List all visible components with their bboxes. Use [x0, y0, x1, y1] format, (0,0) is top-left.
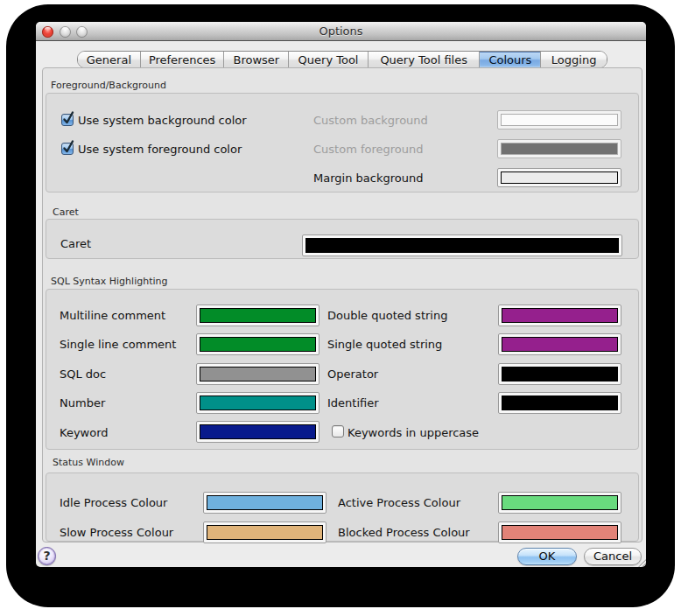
swatch-fill: [501, 143, 618, 155]
tab-label: Logging: [551, 53, 597, 66]
swatch-idle-process-colour[interactable]: [203, 492, 326, 514]
swatch-fill: [502, 308, 618, 323]
group-title-caret: Caret: [53, 206, 79, 218]
label-single-line-comment: Single line comment: [60, 338, 176, 351]
tab-general[interactable]: General: [78, 52, 140, 67]
swatch-blocked-process-colour[interactable]: [498, 522, 621, 543]
checkmark-icon: [62, 110, 76, 126]
swatch-fill: [502, 367, 618, 382]
swatch-keyword[interactable]: [196, 421, 319, 443]
label-sql-doc: SQL doc: [60, 368, 106, 381]
label-caret: Caret: [60, 237, 91, 250]
swatch-margin-background[interactable]: [497, 168, 621, 187]
tab-browser[interactable]: Browser: [223, 52, 288, 67]
label-keywords-in-uppercase: Keywords in uppercase: [348, 426, 479, 439]
group-title-sql-syntax: SQL Syntax Highlighting: [51, 276, 167, 287]
tab-logging[interactable]: Logging: [540, 52, 607, 67]
swatch-fill: [207, 525, 323, 540]
swatch-fill: [501, 172, 618, 184]
swatch-fill: [200, 308, 316, 323]
screenshot-stage: Options General Preferences Browser Quer…: [0, 0, 681, 616]
label-multiline-comment: Multiline comment: [60, 309, 165, 322]
tab-query-tool-files[interactable]: Query Tool files: [368, 52, 480, 67]
ok-button[interactable]: OK: [517, 548, 577, 565]
swatch-fill: [502, 396, 618, 410]
swatch-fill: [200, 367, 316, 382]
label-operator: Operator: [327, 368, 378, 381]
swatch-fill: [200, 337, 316, 352]
swatch-sql-doc[interactable]: [196, 363, 319, 385]
tab-colours[interactable]: Colours: [479, 52, 540, 67]
tab-query-tool[interactable]: Query Tool: [288, 52, 368, 67]
label-single-quoted-string: Single quoted string: [327, 338, 442, 351]
swatch-fill: [200, 424, 316, 439]
label-identifier: Identifier: [327, 396, 379, 410]
options-tab-bar: General Preferences Browser Query Tool Q…: [77, 51, 607, 68]
tab-label: General: [87, 53, 131, 66]
options-dialog: Options General Preferences Browser Quer…: [36, 22, 646, 567]
swatch-slow-process-colour[interactable]: [203, 522, 326, 543]
swatch-active-process-colour[interactable]: [498, 492, 621, 514]
label-use-system-background-color: Use system background color: [78, 114, 247, 127]
label-double-quoted-string: Double quoted string: [327, 309, 447, 322]
swatch-fill: [501, 114, 618, 126]
checkbox-use-system-foreground-color[interactable]: [61, 143, 74, 155]
tab-label: Preferences: [149, 53, 215, 66]
swatch-fill: [502, 337, 618, 352]
label-slow-process-colour: Slow Process Colour: [60, 526, 173, 539]
title-bar[interactable]: Options: [36, 22, 646, 41]
tab-label: Query Tool: [298, 53, 359, 66]
swatch-double-quoted-string[interactable]: [498, 304, 621, 326]
checkmark-icon: [62, 139, 76, 155]
window-title: Options: [36, 22, 646, 41]
swatch-fill: [207, 495, 323, 510]
swatch-fill: [200, 396, 316, 410]
checkbox-use-system-background-color[interactable]: [61, 114, 74, 126]
tab-label: Browser: [233, 53, 279, 66]
checkbox-keywords-in-uppercase[interactable]: [332, 425, 344, 438]
label-margin-background: Margin background: [313, 172, 423, 185]
swatch-operator[interactable]: [498, 363, 621, 385]
swatch-identifier[interactable]: [498, 392, 621, 414]
swatch-single-line-comment[interactable]: [196, 333, 319, 355]
group-title-status-window: Status Window: [53, 457, 124, 468]
tab-label: Colours: [488, 53, 531, 66]
swatch-custom-background: [497, 110, 621, 130]
group-title-foreground-background: Foreground/Background: [51, 80, 166, 91]
checkbox-box: [332, 425, 344, 438]
label-number: Number: [60, 396, 105, 410]
label-use-system-foreground-color: Use system foreground color: [78, 143, 242, 156]
label-blocked-process-colour: Blocked Process Colour: [338, 526, 470, 539]
tab-preferences[interactable]: Preferences: [140, 52, 224, 67]
swatch-fill: [305, 238, 619, 253]
label-custom-background: Custom background: [313, 114, 428, 127]
help-button[interactable]: ?: [38, 547, 56, 565]
label-active-process-colour: Active Process Colour: [338, 496, 460, 509]
swatch-fill: [502, 495, 618, 510]
label-keyword: Keyword: [60, 426, 109, 439]
swatch-multiline-comment[interactable]: [196, 304, 319, 326]
label-custom-foreground: Custom foreground: [313, 143, 424, 156]
swatch-custom-foreground: [497, 139, 621, 158]
label-idle-process-colour: Idle Process Colour: [60, 496, 167, 509]
tab-label: Query Tool files: [380, 53, 467, 66]
swatch-single-quoted-string[interactable]: [498, 333, 621, 355]
swatch-number[interactable]: [196, 392, 319, 414]
resize-grip[interactable]: [633, 554, 646, 567]
swatch-caret[interactable]: [302, 234, 622, 256]
swatch-fill: [502, 525, 618, 540]
